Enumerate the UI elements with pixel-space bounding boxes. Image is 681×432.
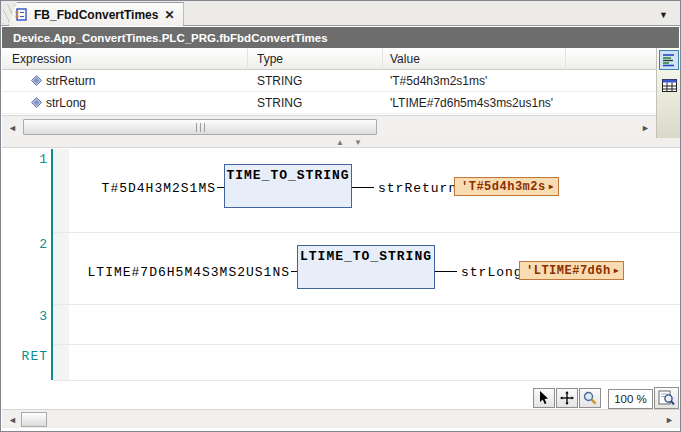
value-cell: 'T#5d4h3m2s1ms' [390,74,487,88]
pan-crosshair-icon [560,391,574,405]
net1-value-text: 'T#5d4h3m2s [461,180,546,194]
scrollbar-thumb[interactable] [23,119,377,135]
watch-table-header: Expression Type Value [2,48,656,70]
fbd-editor-window: FB_FbdConvertTimes ✕ ▼ Device.App_Conver… [0,0,681,432]
zoom-level-value: 100 % [614,393,647,405]
watch-table: Expression Type Value strReturn STRING '… [2,48,656,114]
zoom-select-button[interactable] [654,387,679,409]
tab-fb-fbdconverttimes[interactable]: FB_FbdConvertTimes ✕ [8,2,184,26]
network-ret-label[interactable]: RET [8,349,48,364]
select-tool-button[interactable] [533,388,555,408]
editor-toolbar [533,388,601,410]
scroll-left-icon[interactable]: ◄ [4,411,21,428]
magnify-tool-button[interactable] [579,388,601,408]
network-1-label[interactable]: 1 [8,152,48,167]
tab-title: FB_FbdConvertTimes [34,8,158,22]
fbd-canvas[interactable]: 1 2 3 RET T#5D4H3M2S1MS TIME_TO_STRING s… [2,149,680,408]
net2-block-title: LTIME_TO_STRING [298,249,434,264]
breadcrumb: Device.App_ConvertTimes.PLC_PRG.fbFbdCon… [13,32,328,44]
col-value[interactable]: Value [390,52,420,66]
expression-cell: strReturn [46,74,95,88]
table-row[interactable]: strReturn STRING 'T#5d4h3m2s1ms' [2,70,656,92]
instance-path-header: Device.App_ConvertTimes.PLC_PRG.fbFbdCon… [2,27,679,48]
net2-input-operand[interactable]: LTIME#7D6H5M4S3MS2US1NS [62,265,290,280]
scrollbar-thumb[interactable] [21,412,47,427]
table-row[interactable]: strLong STRING 'LTIME#7d6h5m4s3ms2us1ns' [2,92,656,114]
net1-output-operand[interactable]: strReturn [378,181,457,196]
scroll-left-icon[interactable]: ◄ [4,119,21,136]
scroll-right-icon[interactable]: ► [637,119,654,136]
net2-block[interactable]: LTIME_TO_STRING [297,245,435,289]
network-separator [53,380,680,381]
network-separator [53,232,680,233]
declaration-view-button[interactable] [659,50,679,70]
net1-value-badge[interactable]: 'T#5d4h3m2s ▶ [454,177,559,196]
network-2-label[interactable]: 2 [8,237,48,252]
network-separator [53,344,680,345]
thumb-grip [196,123,205,132]
net2-output-operand[interactable]: strLong [461,265,523,280]
net1-value-expand-icon[interactable]: ▶ [549,182,554,191]
declaration-view-icon [662,53,676,67]
magnifier-page-icon [658,390,675,406]
type-cell: STRING [257,74,302,88]
net2-value-text: 'LTIME#7d6h [526,264,611,278]
tab-list-dropdown-icon[interactable]: ▼ [659,10,668,20]
variable-icon [31,75,42,86]
cursor-arrow-icon [538,391,550,405]
variable-icon [31,97,42,108]
col-expression[interactable]: Expression [12,52,71,66]
tab-close-icon[interactable]: ✕ [164,9,174,21]
col-type[interactable]: Type [257,52,283,66]
net2-value-badge[interactable]: 'LTIME#7d6h ▶ [519,261,624,280]
zoom-level-box[interactable]: 100 % [608,389,653,409]
value-cell: 'LTIME#7d6h5m4s3ms2us1ns' [390,96,553,110]
expression-cell: strLong [46,96,86,110]
net2-value-expand-icon[interactable]: ▶ [614,266,619,275]
table-horizontal-scrollbar[interactable]: ◄ ► [2,115,656,138]
splitter-up-icon[interactable]: ▲ [336,138,344,147]
net2-output-wire [435,271,457,272]
function-block-pou-icon [15,8,28,21]
net1-output-wire [352,187,374,188]
tab-bar: FB_FbdConvertTimes ✕ ▼ [1,1,680,26]
network-separator [53,304,680,305]
magnifier-icon [583,391,597,405]
splitter-down-icon[interactable]: ▼ [354,138,362,147]
pane-splitter[interactable]: ▲ ▼ [2,138,680,148]
scroll-right-icon[interactable]: ► [661,411,678,428]
network-3-label[interactable]: 3 [8,309,48,324]
table-view-icon [662,79,677,92]
type-cell: STRING [257,96,302,110]
table-view-button[interactable] [659,75,679,95]
view-switch-panel [656,48,680,138]
net1-input-operand[interactable]: T#5D4H3M2S1MS [62,181,216,196]
pan-tool-button[interactable] [556,388,578,408]
editor-horizontal-scrollbar[interactable]: ◄ ► [2,409,680,428]
net1-block[interactable]: TIME_TO_STRING [224,164,352,208]
net1-block-title: TIME_TO_STRING [225,168,351,183]
